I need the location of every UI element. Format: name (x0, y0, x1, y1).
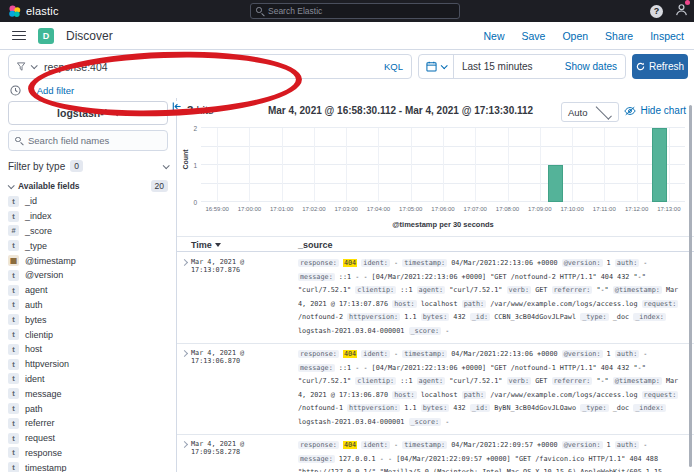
field-item-message[interactable]: tmessage (8, 386, 168, 401)
nav-action-new[interactable]: New (483, 30, 504, 42)
field-item-httpversion[interactable]: thttpversion (8, 357, 168, 372)
field-item-agent[interactable]: tagent (8, 283, 168, 298)
field-item-timestamp[interactable]: ▦@timestamp (8, 253, 168, 268)
field-item-request[interactable]: trequest (8, 431, 168, 446)
field-name: @timestamp (25, 256, 76, 266)
chart-bar-17:09:30[interactable] (548, 165, 563, 202)
source-field-key: httpversion: (347, 404, 400, 412)
source-field-key: auth: (615, 259, 639, 267)
field-item-version[interactable]: t@version (8, 268, 168, 283)
field-name: _index (25, 211, 52, 221)
chart-x-tick-label: 17:10:00 (560, 206, 583, 212)
hide-chart-button[interactable]: Hide chart (624, 105, 686, 116)
refresh-button[interactable]: Refresh (632, 54, 688, 79)
field-name: timestamp (25, 463, 67, 472)
elastic-logo-icon (8, 5, 21, 18)
chart-x-tick-label: 17:12:00 (625, 206, 648, 212)
text-field-icon: t (8, 418, 19, 429)
field-item-path[interactable]: tpath (8, 401, 168, 416)
collapse-sidebar-icon[interactable] (171, 101, 182, 112)
field-search-input[interactable]: Search field names (8, 130, 168, 151)
source-field-key: _score: (409, 327, 442, 335)
field-name: _type (25, 241, 47, 251)
expand-row-icon[interactable] (181, 441, 188, 448)
date-picker: Last 15 minutes Show dates (418, 54, 626, 79)
filter-by-type-control[interactable]: Filter by type 0 (8, 156, 168, 176)
chart-v-gridline (508, 128, 509, 202)
nav-action-save[interactable]: Save (521, 30, 545, 42)
eye-slash-icon (624, 106, 636, 116)
interval-select[interactable]: Auto (561, 102, 619, 122)
query-language-button[interactable]: KQL (384, 61, 403, 72)
field-item-bytes[interactable]: tbytes (8, 312, 168, 327)
text-field-icon: t (8, 270, 19, 281)
source-column-header: _source (298, 240, 333, 250)
nav-action-open[interactable]: Open (562, 30, 588, 42)
user-menu-button[interactable] (675, 2, 688, 20)
global-header: elastic Search Elastic ? (0, 0, 694, 22)
text-field-icon: t (8, 344, 19, 355)
chart-v-gridline (475, 128, 476, 202)
available-fields-header[interactable]: Available fields 20 (8, 180, 168, 192)
global-search-input[interactable]: Search Elastic (250, 3, 460, 19)
field-name: response (25, 448, 62, 458)
field-item-index[interactable]: t_index (8, 209, 168, 224)
discover-app-badge[interactable]: D (38, 28, 54, 44)
field-name: _id (25, 196, 37, 206)
table-row[interactable]: Mar 4, 2021 @ 17:13:06.870response: 404 … (177, 344, 694, 435)
show-dates-button[interactable]: Show dates (565, 61, 617, 72)
source-field-key: ident: (361, 350, 390, 358)
table-row[interactable]: Mar 4, 2021 @ 17:09:58.278response: 404 … (177, 435, 694, 472)
source-field-key: timestamp: (402, 259, 447, 267)
add-filter-button[interactable]: + Add filter (29, 85, 74, 96)
index-pattern-select[interactable]: logstash-* (8, 101, 168, 125)
chart-bar-17:12:45[interactable] (652, 128, 667, 202)
source-field-key: _score: (409, 418, 442, 426)
row-time: Mar 4, 2021 @ 17:09:58.278 (191, 440, 295, 456)
source-field-key: _id: (470, 404, 490, 412)
available-fields-chevron-icon (8, 182, 15, 189)
highlighted-value: 404 (343, 441, 357, 449)
field-item-id[interactable]: t_id (8, 194, 168, 209)
source-field-key: auth: (615, 441, 639, 449)
field-item-score[interactable]: #_score (8, 224, 168, 239)
histogram-chart[interactable]: 012 (201, 128, 685, 202)
refresh-icon (636, 62, 645, 71)
source-field-key: response: (298, 441, 339, 449)
field-search-placeholder: Search field names (28, 135, 109, 146)
text-field-icon: t (8, 299, 19, 310)
table-row[interactable]: Mar 4, 2021 @ 17:13:07.876response: 404 … (177, 253, 694, 344)
query-text[interactable]: response:404 (44, 61, 384, 73)
field-item-auth[interactable]: tauth (8, 298, 168, 313)
menu-icon[interactable] (12, 28, 26, 43)
expand-row-icon[interactable] (181, 350, 188, 357)
help-icon[interactable]: ? (650, 5, 663, 18)
nav-action-inspect[interactable]: Inspect (650, 30, 684, 42)
saved-query-icon[interactable] (10, 85, 21, 96)
field-item-ident[interactable]: tident (8, 372, 168, 387)
field-item-response[interactable]: tresponse (8, 446, 168, 461)
text-field-icon: t (8, 388, 19, 399)
text-field-icon: t (8, 373, 19, 384)
doc-table-rows: Mar 4, 2021 @ 17:13:07.876response: 404 … (177, 253, 694, 472)
nav-action-share[interactable]: Share (605, 30, 633, 42)
field-item-clientip[interactable]: tclientip (8, 327, 168, 342)
index-pattern-chevron-icon (114, 109, 121, 116)
field-search-icon (15, 137, 23, 145)
time-range-value[interactable]: Last 15 minutes (462, 61, 565, 72)
search-icon (256, 7, 264, 15)
elastic-brand[interactable]: elastic (8, 5, 59, 18)
query-input[interactable]: response:404 KQL (8, 54, 412, 79)
field-item-host[interactable]: thost (8, 342, 168, 357)
field-item-referrer[interactable]: treferrer (8, 416, 168, 431)
field-item-type[interactable]: t_type (8, 238, 168, 253)
field-name: host (25, 344, 42, 354)
time-column-header[interactable]: Time (191, 240, 221, 250)
vertical-scrollbar[interactable] (689, 105, 692, 467)
expand-row-icon[interactable] (181, 259, 188, 266)
text-field-icon: t (8, 359, 19, 370)
query-menu-chevron-icon[interactable] (31, 62, 38, 69)
field-item-timestamp[interactable]: ttimestamp (8, 460, 168, 472)
date-quick-menu-button[interactable] (419, 55, 454, 78)
chart-v-gridline (217, 128, 218, 202)
